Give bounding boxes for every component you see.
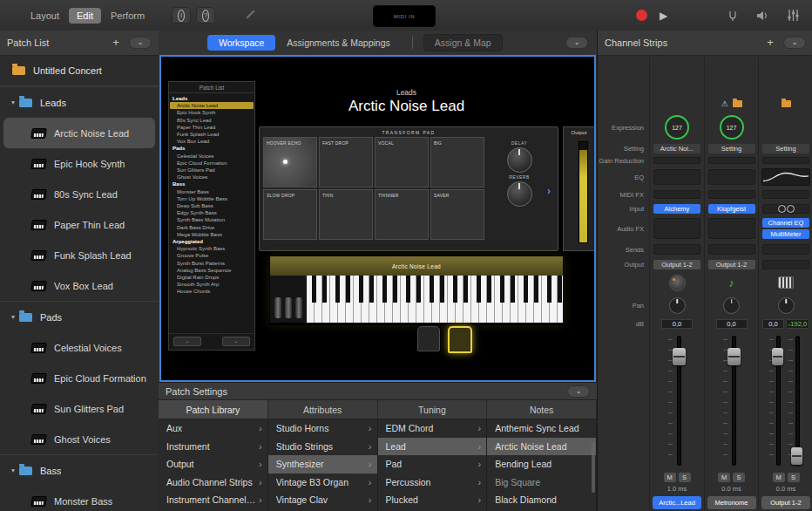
patch-library-item[interactable]: Studio Horns [268, 419, 377, 438]
patch-list-item[interactable]: Funk Splash Lead [0, 240, 159, 270]
fader-cap[interactable] [673, 348, 686, 365]
aux-wheel[interactable] [295, 297, 302, 318]
onscreen-patch-item[interactable]: Vox Box Lead [170, 138, 254, 145]
set-selector[interactable]: ⌄ [173, 337, 201, 346]
patch-list-item[interactable]: Paper Thin Lead [0, 209, 159, 240]
transform-pad-cell[interactable]: SAVER [430, 189, 484, 240]
onscreen-patch-item[interactable]: Smooth Synth Arp [170, 281, 254, 288]
transform-pad-cell[interactable]: THINNER [375, 189, 429, 240]
output-routing-chip[interactable]: Output 1-2 [653, 260, 700, 269]
patch-list-item[interactable]: Vox Box Lead [0, 270, 159, 301]
master-volume-icon[interactable] [756, 10, 769, 22]
transform-pad-cell[interactable]: THIN [319, 189, 373, 240]
pan-knob[interactable] [778, 297, 795, 314]
patch-list-item[interactable]: Epic Hook Synth [0, 148, 159, 179]
patch-list-item[interactable]: Untitled Concert [0, 55, 159, 86]
patch-library-item[interactable]: Arctic Noise Lead [487, 438, 596, 456]
patch-settings-tab[interactable]: Tuning [378, 400, 488, 419]
patch-library-item[interactable]: Black Diamond [487, 491, 596, 509]
patch-list-item[interactable]: Monster Bass [0, 486, 159, 511]
patch-library-item[interactable]: Instrument [159, 438, 267, 456]
keyboard-keys[interactable] [307, 276, 563, 323]
patch-list-item[interactable]: Bass [0, 454, 159, 486]
eq-thumbnail[interactable] [761, 168, 810, 186]
sends-slot[interactable] [653, 244, 700, 255]
workspace-action-menu[interactable]: ⌄ [565, 37, 588, 49]
patch-selector[interactable]: ⌄ [222, 337, 250, 346]
pedal-2-active[interactable] [448, 326, 472, 353]
eq-slot[interactable] [653, 169, 700, 185]
channel-strips-toggle-icon[interactable] [787, 9, 800, 22]
audio-fx-slot[interactable] [653, 218, 700, 239]
patch-settings-tab[interactable]: Patch Library [159, 400, 268, 419]
audio-fx-plugin-chip[interactable]: MultiMeter [762, 229, 809, 239]
volume-fader[interactable] [668, 334, 686, 467]
solo-button[interactable]: S [788, 473, 800, 482]
onscreen-patch-item[interactable]: Arctic Noise Lead [170, 102, 254, 109]
add-channel-strip-button[interactable]: + [762, 36, 778, 50]
solo-button[interactable]: S [679, 473, 691, 482]
onscreen-patch-item[interactable]: Ghost Voices [170, 174, 254, 181]
output-routing-chip[interactable]: Output 1-2 [708, 260, 755, 269]
onscreen-patch-item[interactable]: Sun Glitters Pad [170, 167, 254, 174]
patch-library-item[interactable]: Anthemic Sync Lead [487, 419, 596, 438]
onscreen-patch-item[interactable]: Dark Bass Drive [170, 224, 254, 231]
onscreen-patch-item[interactable]: House Chords [170, 288, 254, 295]
patch-library-item[interactable]: Synthesizer [268, 455, 377, 474]
patch-library-item[interactable]: Vintage Clav [268, 491, 377, 509]
transform-pad-cell[interactable]: VOCAL [375, 137, 429, 187]
onscreen-patch-item[interactable]: Pads [170, 145, 254, 152]
onscreen-patch-item[interactable]: 80s Sync Lead [170, 117, 254, 124]
info-button[interactable]: i [172, 7, 191, 24]
pan-knob[interactable] [669, 297, 686, 314]
disclosure-triangle-icon[interactable] [7, 467, 19, 474]
setting-chip[interactable]: Setting [762, 144, 809, 153]
pitch-mod-wheels[interactable] [270, 276, 307, 323]
mute-button[interactable]: M [664, 473, 676, 482]
setting-chip[interactable]: Arctic Noi... [653, 144, 700, 153]
mute-button[interactable]: M [773, 473, 785, 482]
patch-list-item[interactable]: Epic Cloud Formation [0, 363, 159, 393]
master-fader[interactable] [788, 334, 802, 467]
transform-pad-cell[interactable]: SLOW DROP [263, 189, 317, 240]
volume-db-value[interactable]: 0,0 [661, 319, 693, 329]
onscreen-patch-item[interactable]: Synth Burst Patterns [170, 260, 254, 267]
input-stereo-slot[interactable] [762, 204, 809, 214]
input-plugin-chip[interactable]: Klopfgeist [708, 204, 755, 214]
mute-button[interactable]: M [718, 473, 730, 482]
pitch-wheel[interactable] [274, 297, 281, 318]
patch-library-item[interactable]: Percussion [378, 474, 487, 492]
volume-db-value[interactable]: 0,0 [762, 319, 784, 329]
patch-list-item[interactable]: Arctic Noise Lead [3, 118, 155, 148]
patch-list-action-menu[interactable]: ⌄ [129, 37, 152, 49]
onscreen-patch-item[interactable]: Funk Splash Lead [170, 131, 254, 138]
patch-list-item[interactable]: Leads [0, 86, 159, 118]
pedal-1[interactable] [417, 326, 440, 351]
patch-list-item[interactable]: Sun Glitters Pad [0, 393, 159, 424]
help-button[interactable]: ? [196, 7, 215, 24]
solo-button[interactable]: S [733, 473, 745, 482]
assign-map-button[interactable]: Assign & Map [423, 34, 503, 51]
volume-db-value[interactable]: 0,0 [716, 319, 748, 329]
patch-library-item[interactable]: Pad [378, 455, 487, 474]
onscreen-patch-item[interactable]: Bass [170, 181, 254, 187]
channel-strips-action-menu[interactable]: ⌄ [783, 37, 806, 49]
onscreen-patch-item[interactable]: Analog Bass Sequence [170, 267, 254, 274]
sends-slot[interactable] [708, 244, 755, 255]
add-patch-button[interactable]: + [108, 36, 124, 50]
patch-list-item[interactable]: 80s Sync Lead [0, 179, 159, 209]
onscreen-patch-item[interactable]: Digital Rain Drops [170, 274, 254, 281]
fader-cap[interactable] [772, 348, 783, 365]
patch-library-item[interactable]: Audio Channel Strips [159, 474, 267, 492]
patch-settings-tab[interactable]: Attributes [268, 400, 378, 419]
mode-layout-button[interactable]: Layout [23, 8, 67, 24]
onscreen-patch-item[interactable]: Mega Wobble Bass [170, 231, 254, 238]
patch-library-item[interactable]: Studio Strings [268, 438, 377, 456]
input-plugin-chip[interactable]: Alchemy [653, 204, 700, 214]
pan-knob[interactable] [723, 297, 740, 314]
onscreen-patch-item[interactable]: Torn Up Wobble Bass [170, 195, 254, 202]
onscreen-keyboard[interactable]: Arctic Noise Lead [269, 256, 564, 325]
volume-fader[interactable] [723, 334, 741, 467]
patch-library-item[interactable]: Big Square [487, 474, 596, 492]
patch-library-item[interactable]: Output [159, 455, 267, 474]
